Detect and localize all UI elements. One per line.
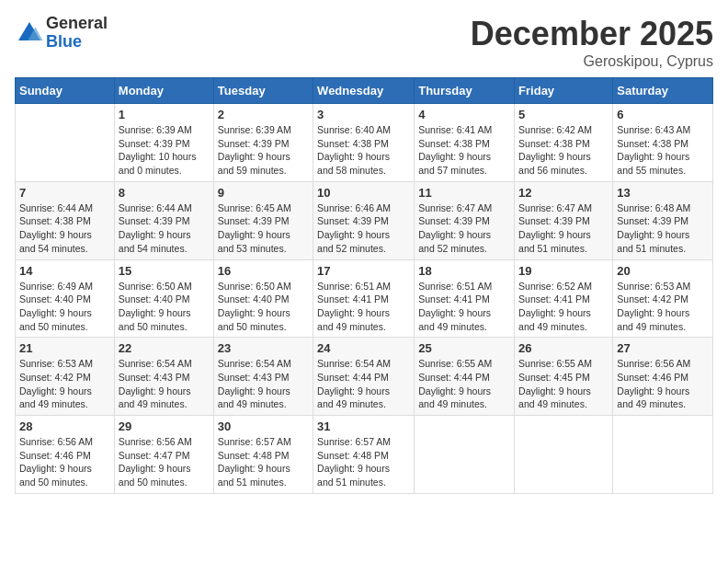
day-number: 5: [518, 108, 609, 121]
day-number: 20: [617, 264, 709, 278]
calendar-weekday-monday: Monday: [114, 78, 213, 104]
day-number: 29: [119, 419, 210, 433]
page-header: General Blue December 2025 Geroskipou, C…: [15, 15, 713, 70]
day-number: 11: [418, 186, 510, 200]
title-area: December 2025 Geroskipou, Cyprus: [471, 15, 713, 70]
day-number: 9: [218, 186, 309, 200]
calendar-cell: 20Sunrise: 6:53 AMSunset: 4:42 PMDayligh…: [613, 259, 713, 338]
day-info: Sunrise: 6:55 AMSunset: 4:44 PMDaylight:…: [418, 357, 510, 411]
calendar-cell: 8Sunrise: 6:44 AMSunset: 4:39 PMDaylight…: [114, 181, 213, 259]
calendar-weekday-thursday: Thursday: [415, 78, 515, 104]
logo: General Blue: [15, 15, 108, 52]
day-number: 24: [317, 341, 410, 355]
calendar-cell: 31Sunrise: 6:57 AMSunset: 4:48 PMDayligh…: [313, 416, 415, 494]
day-info: Sunrise: 6:50 AMSunset: 4:40 PMDaylight:…: [119, 280, 210, 334]
logo-icon: [15, 18, 44, 48]
calendar-cell: 3Sunrise: 6:40 AMSunset: 4:38 PMDaylight…: [313, 104, 415, 182]
calendar-weekday-wednesday: Wednesday: [313, 78, 415, 104]
calendar-cell: 13Sunrise: 6:48 AMSunset: 4:39 PMDayligh…: [613, 181, 713, 259]
calendar-cell: 23Sunrise: 6:54 AMSunset: 4:43 PMDayligh…: [213, 338, 313, 416]
calendar-cell: 22Sunrise: 6:54 AMSunset: 4:43 PMDayligh…: [114, 338, 213, 416]
day-info: Sunrise: 6:56 AMSunset: 4:47 PMDaylight:…: [119, 435, 210, 489]
calendar-week-row: 1Sunrise: 6:39 AMSunset: 4:39 PMDaylight…: [16, 104, 713, 182]
calendar-cell: 12Sunrise: 6:47 AMSunset: 4:39 PMDayligh…: [515, 181, 613, 259]
day-number: 14: [19, 264, 110, 278]
calendar-cell: 30Sunrise: 6:57 AMSunset: 4:48 PMDayligh…: [213, 416, 313, 494]
day-info: Sunrise: 6:51 AMSunset: 4:41 PMDaylight:…: [317, 280, 410, 334]
calendar-weekday-sunday: Sunday: [16, 78, 115, 104]
day-number: 10: [317, 186, 410, 200]
day-number: 21: [19, 341, 110, 355]
day-info: Sunrise: 6:43 AMSunset: 4:38 PMDaylight:…: [617, 123, 709, 178]
day-info: Sunrise: 6:47 AMSunset: 4:39 PMDaylight:…: [418, 201, 510, 256]
day-number: 30: [218, 419, 309, 433]
calendar-cell: 26Sunrise: 6:55 AMSunset: 4:45 PMDayligh…: [515, 338, 613, 416]
logo-general-text: General: [46, 15, 108, 33]
month-title: December 2025: [471, 15, 713, 53]
calendar-cell: 6Sunrise: 6:43 AMSunset: 4:38 PMDaylight…: [613, 104, 713, 182]
calendar-cell: 25Sunrise: 6:55 AMSunset: 4:44 PMDayligh…: [415, 338, 515, 416]
day-info: Sunrise: 6:56 AMSunset: 4:46 PMDaylight:…: [617, 357, 709, 411]
day-number: 15: [119, 264, 210, 278]
day-info: Sunrise: 6:44 AMSunset: 4:38 PMDaylight:…: [19, 201, 110, 256]
calendar-week-row: 14Sunrise: 6:49 AMSunset: 4:40 PMDayligh…: [16, 259, 713, 338]
day-number: 13: [617, 186, 709, 200]
day-number: 17: [317, 264, 410, 278]
calendar-week-row: 7Sunrise: 6:44 AMSunset: 4:38 PMDaylight…: [16, 181, 713, 259]
day-number: 25: [418, 341, 510, 355]
calendar-cell: 5Sunrise: 6:42 AMSunset: 4:38 PMDaylight…: [515, 104, 613, 182]
day-number: 22: [119, 341, 210, 355]
day-number: 8: [119, 186, 210, 200]
calendar-table: SundayMondayTuesdayWednesdayThursdayFrid…: [15, 77, 713, 494]
calendar-cell: 14Sunrise: 6:49 AMSunset: 4:40 PMDayligh…: [16, 259, 115, 338]
day-number: 2: [218, 108, 309, 121]
day-info: Sunrise: 6:44 AMSunset: 4:39 PMDaylight:…: [119, 201, 210, 256]
calendar-cell: 10Sunrise: 6:46 AMSunset: 4:39 PMDayligh…: [313, 181, 415, 259]
day-number: 31: [317, 419, 410, 433]
day-number: 4: [418, 108, 510, 121]
day-number: 19: [518, 264, 609, 278]
calendar-week-row: 28Sunrise: 6:56 AMSunset: 4:46 PMDayligh…: [16, 416, 713, 494]
calendar-cell: 11Sunrise: 6:47 AMSunset: 4:39 PMDayligh…: [415, 181, 515, 259]
calendar-weekday-saturday: Saturday: [613, 78, 713, 104]
day-info: Sunrise: 6:49 AMSunset: 4:40 PMDaylight:…: [19, 280, 110, 334]
logo-blue-text: Blue: [46, 33, 108, 52]
calendar-weekday-tuesday: Tuesday: [213, 78, 313, 104]
day-info: Sunrise: 6:41 AMSunset: 4:38 PMDaylight:…: [418, 123, 510, 178]
calendar-cell: 29Sunrise: 6:56 AMSunset: 4:47 PMDayligh…: [114, 416, 213, 494]
day-info: Sunrise: 6:42 AMSunset: 4:38 PMDaylight:…: [518, 123, 609, 178]
day-number: 7: [19, 186, 110, 200]
day-info: Sunrise: 6:45 AMSunset: 4:39 PMDaylight:…: [218, 201, 309, 256]
location-subtitle: Geroskipou, Cyprus: [471, 53, 713, 70]
calendar-cell: [16, 104, 115, 182]
calendar-cell: 18Sunrise: 6:51 AMSunset: 4:41 PMDayligh…: [415, 259, 515, 338]
day-number: 27: [617, 341, 709, 355]
day-info: Sunrise: 6:50 AMSunset: 4:40 PMDaylight:…: [218, 280, 309, 334]
day-info: Sunrise: 6:54 AMSunset: 4:43 PMDaylight:…: [218, 357, 309, 411]
day-info: Sunrise: 6:56 AMSunset: 4:46 PMDaylight:…: [19, 435, 110, 489]
day-info: Sunrise: 6:47 AMSunset: 4:39 PMDaylight:…: [518, 201, 609, 256]
day-number: 18: [418, 264, 510, 278]
calendar-cell: [515, 416, 613, 494]
calendar-cell: 27Sunrise: 6:56 AMSunset: 4:46 PMDayligh…: [613, 338, 713, 416]
calendar-cell: 19Sunrise: 6:52 AMSunset: 4:41 PMDayligh…: [515, 259, 613, 338]
day-info: Sunrise: 6:55 AMSunset: 4:45 PMDaylight:…: [518, 357, 609, 411]
calendar-cell: 17Sunrise: 6:51 AMSunset: 4:41 PMDayligh…: [313, 259, 415, 338]
calendar-cell: [613, 416, 713, 494]
calendar-cell: 2Sunrise: 6:39 AMSunset: 4:39 PMDaylight…: [213, 104, 313, 182]
calendar-week-row: 21Sunrise: 6:53 AMSunset: 4:42 PMDayligh…: [16, 338, 713, 416]
day-info: Sunrise: 6:54 AMSunset: 4:43 PMDaylight:…: [119, 357, 210, 411]
day-number: 23: [218, 341, 309, 355]
calendar-cell: 15Sunrise: 6:50 AMSunset: 4:40 PMDayligh…: [114, 259, 213, 338]
calendar-cell: 7Sunrise: 6:44 AMSunset: 4:38 PMDaylight…: [16, 181, 115, 259]
calendar-cell: 16Sunrise: 6:50 AMSunset: 4:40 PMDayligh…: [213, 259, 313, 338]
calendar-cell: 1Sunrise: 6:39 AMSunset: 4:39 PMDaylight…: [114, 104, 213, 182]
calendar-cell: 4Sunrise: 6:41 AMSunset: 4:38 PMDaylight…: [415, 104, 515, 182]
day-info: Sunrise: 6:57 AMSunset: 4:48 PMDaylight:…: [218, 435, 309, 489]
day-number: 12: [518, 186, 609, 200]
calendar-cell: 28Sunrise: 6:56 AMSunset: 4:46 PMDayligh…: [16, 416, 115, 494]
day-number: 16: [218, 264, 309, 278]
day-info: Sunrise: 6:48 AMSunset: 4:39 PMDaylight:…: [617, 201, 709, 256]
day-info: Sunrise: 6:54 AMSunset: 4:44 PMDaylight:…: [317, 357, 410, 411]
day-info: Sunrise: 6:51 AMSunset: 4:41 PMDaylight:…: [418, 280, 510, 334]
